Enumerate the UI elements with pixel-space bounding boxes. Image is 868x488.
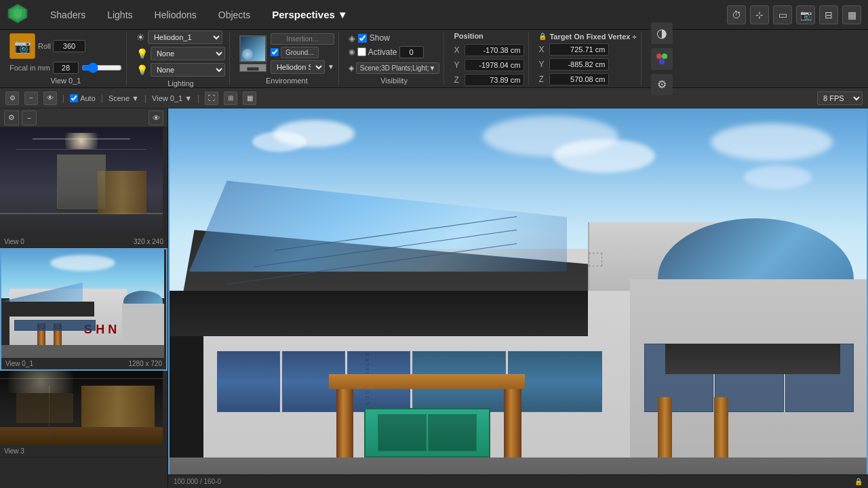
visibility-section: ◈ Show ◉ Activate ◈ Scene;3D Plants;Ligh… <box>344 33 445 85</box>
ground-checkbox[interactable] <box>271 48 279 56</box>
viewbar-sep3: | <box>144 94 146 103</box>
fps-select[interactable]: 8 FPS 15 FPS 30 FPS <box>817 92 863 105</box>
view-0-name: View 0 <box>4 238 24 245</box>
right-overhang <box>665 344 840 374</box>
thumb-img-0 <box>0 127 163 236</box>
status-bar: 100.000 / 160-0 🔒 <box>168 474 868 488</box>
lock-icon: 🔒 <box>538 33 547 40</box>
menu-heliodons[interactable]: Heliodons <box>144 5 208 24</box>
scene-dropdown-icon: ▼ <box>132 94 139 102</box>
position-header: Position <box>454 32 524 40</box>
target-y-label: Y <box>538 60 547 69</box>
viewbar-expand-icon[interactable]: ⛶ <box>205 92 218 105</box>
pos-x-label: X <box>454 45 462 55</box>
building-entrance <box>364 408 490 458</box>
render-icon-btn[interactable]: ▦ <box>842 5 861 24</box>
focal-slider[interactable] <box>81 62 122 73</box>
menu-lights[interactable]: Lights <box>96 5 143 24</box>
ground-button[interactable]: Ground... <box>281 47 319 58</box>
position-section: Position X Y Z <box>450 33 529 85</box>
wood-beam <box>329 374 525 389</box>
pos-x-input[interactable] <box>465 44 524 56</box>
view-thumb-2[interactable]: View 3 <box>0 371 167 458</box>
roll-label: Roll <box>38 42 51 50</box>
svg-point-5 <box>659 59 665 64</box>
view-thumb-0[interactable]: View 0 320 x 240 <box>0 127 167 248</box>
heliodon-select[interactable]: Heliodon_1 <box>148 30 222 44</box>
viewbar-layout-icon[interactable]: ▦ <box>243 92 256 105</box>
activate-label: Activate <box>368 47 397 57</box>
moon-icon-btn[interactable]: ◑ <box>651 22 673 44</box>
target-z-label: Z <box>538 75 547 84</box>
main-viewport: NHS LOS ANGELES <box>168 108 868 488</box>
insertion-button[interactable]: Insertion... <box>271 33 334 45</box>
right-toolbar-icons: ◑ ⚙ <box>651 22 673 96</box>
viewbar-sep2: | <box>101 94 103 103</box>
auto-checkbox[interactable] <box>70 94 78 102</box>
panel-minus-icon[interactable]: − <box>22 110 37 125</box>
environment-section: ▄▄▄ Insertion... Ground... Heliodon Sky … <box>235 33 339 85</box>
view-0-res: 320 x 240 <box>134 238 163 245</box>
viewbar-sep1: | <box>62 94 64 103</box>
viewbar-eye-icon[interactable]: 👁 <box>43 92 57 105</box>
transform-icon-btn[interactable]: ⊹ <box>750 5 769 24</box>
viewbar-view-name[interactable]: View 0_1 ▼ <box>152 94 192 102</box>
view-name-label: View 0_1 <box>9 77 122 85</box>
camera-icon-btn[interactable]: 📷 <box>796 5 815 24</box>
cloud-6 <box>744 165 812 189</box>
menu-right-icons: ⏱ ⊹ ▭ 📷 ⊟ ▦ <box>727 5 861 24</box>
pos-z-input[interactable] <box>465 74 524 86</box>
svg-point-4 <box>662 54 667 59</box>
scene-label: Scene <box>108 94 130 102</box>
menu-perspectives[interactable]: Perspectives ▼ <box>261 5 358 24</box>
pos-y-label: Y <box>454 60 462 70</box>
viewbar-scene[interactable]: Scene ▼ <box>108 94 139 102</box>
app-logo <box>7 3 28 26</box>
viewbar-view-dropdown: ▼ <box>184 94 192 102</box>
focal-label: Focal in mm <box>9 64 50 72</box>
target-section: 🔒 Target On Fixed Vertex ÷ X Y Z <box>534 33 641 85</box>
show-checkbox[interactable] <box>358 34 367 43</box>
menu-shaders[interactable]: Shaders <box>39 5 96 24</box>
layout-icon-btn[interactable]: ⊟ <box>819 5 838 24</box>
panel-eye-icon[interactable]: 👁 <box>149 110 163 125</box>
viewbar-settings-icon[interactable]: ⚙ <box>5 92 19 105</box>
window-icon-btn[interactable]: ▭ <box>773 5 792 24</box>
pillar-2 <box>504 389 521 458</box>
target-x-input[interactable] <box>549 43 609 56</box>
thumb-info-2: View 3 <box>0 445 167 457</box>
menu-objects[interactable]: Objects <box>208 5 261 24</box>
target-z-input[interactable] <box>549 73 609 85</box>
focal-input[interactable] <box>53 62 79 74</box>
target-header: Target On Fixed Vertex ÷ <box>549 33 636 41</box>
right-pillar-1 <box>658 397 672 458</box>
none-select-1[interactable]: None <box>151 47 225 60</box>
activate-value-input[interactable] <box>399 46 424 58</box>
view-thumb-1[interactable]: NHS View 0_1 868 x 488 <box>0 248 167 371</box>
roll-input[interactable] <box>53 40 85 52</box>
perspectives-dropdown-arrow: ▼ <box>338 9 348 20</box>
viewbar-grid-icon[interactable]: ⊞ <box>224 92 237 105</box>
cloud-2 <box>252 131 307 152</box>
color-icon-btn[interactable] <box>651 48 673 70</box>
bulb-icon: 💡 <box>136 48 148 59</box>
selection-box <box>589 253 602 266</box>
visibility-icon: ◈ <box>349 33 355 43</box>
env-sky-thumbnail <box>239 35 267 62</box>
activate-checkbox[interactable] <box>357 47 366 56</box>
scene-visibility-icon: ◈ <box>349 64 354 73</box>
clock-icon-btn[interactable]: ⏱ <box>727 5 746 24</box>
scene-visibility-button[interactable]: Scene;3D Plants;Light;▼ <box>356 62 440 74</box>
panel-settings-icon[interactable]: ⚙ <box>4 110 19 125</box>
pos-y-input[interactable] <box>465 59 524 71</box>
heliodon-sky-select[interactable]: Heliodon Sky <box>271 60 325 74</box>
view-thumbnails-list: View 0 320 x 240 <box>0 127 167 458</box>
pos-z-label: Z <box>454 75 462 85</box>
viewbar-minus-icon[interactable]: − <box>24 92 38 105</box>
view-1-name: View 0_1 <box>5 360 33 367</box>
none-select-2[interactable]: None <box>151 63 225 77</box>
target-x-label: X <box>538 45 547 54</box>
gear-icon-btn[interactable]: ⚙ <box>651 74 673 96</box>
target-y-input[interactable] <box>549 58 609 70</box>
sky-settings-icon[interactable]: ▼ <box>328 63 334 70</box>
